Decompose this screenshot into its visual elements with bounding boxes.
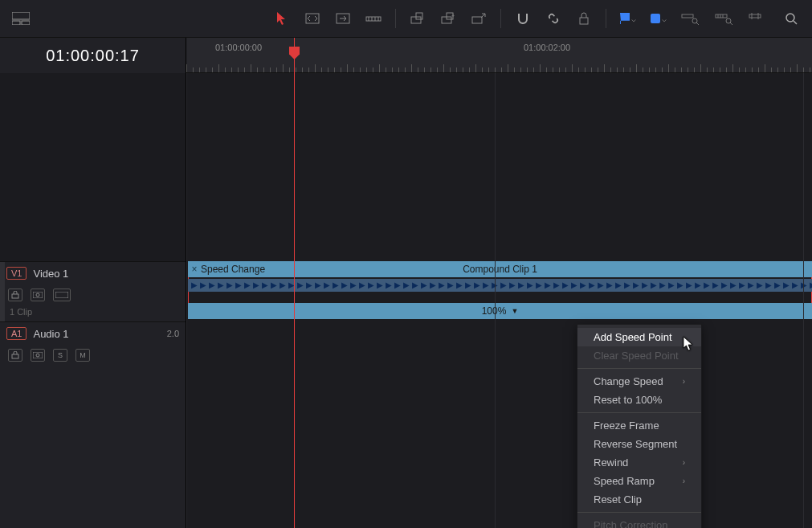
speed-label: Speed Change bbox=[201, 264, 265, 275]
svg-rect-20 bbox=[716, 14, 727, 18]
selection-tool-icon[interactable] bbox=[270, 6, 294, 31]
svg-rect-0 bbox=[12, 12, 30, 19]
menu-item-speed-ramp[interactable]: Speed Ramp› bbox=[577, 472, 701, 490]
lock-track-icon[interactable] bbox=[8, 349, 22, 362]
track-headers: V1 Video 1 1 Clip A1 Audio 1 2.0 S M bbox=[0, 73, 186, 528]
solo-button[interactable]: S bbox=[53, 349, 67, 362]
marker-dropdown[interactable]: ⌵ bbox=[647, 6, 671, 31]
zoom-custom-icon[interactable] bbox=[745, 6, 770, 31]
chevron-right-icon: › bbox=[683, 458, 685, 467]
insert-icon[interactable] bbox=[406, 6, 430, 31]
video-track-header[interactable]: V1 Video 1 1 Clip bbox=[0, 261, 186, 321]
video-track-badge[interactable]: V1 bbox=[6, 267, 27, 280]
audio-track-header[interactable]: A1 Audio 1 2.0 S M bbox=[0, 321, 186, 366]
svg-rect-26 bbox=[749, 14, 761, 18]
auto-select-icon[interactable] bbox=[31, 349, 45, 362]
menu-item-clear-speed-point: Clear Speed Point bbox=[577, 346, 701, 365]
clip-count: 1 Clip bbox=[0, 305, 186, 321]
trim-start-icon[interactable] bbox=[300, 6, 324, 31]
ruler-label: 01:00:02:00 bbox=[524, 43, 570, 52]
lock-track-icon[interactable] bbox=[8, 289, 22, 301]
lock-icon[interactable] bbox=[572, 6, 596, 31]
menu-item-reverse-segment[interactable]: Reverse Segment bbox=[577, 435, 701, 453]
svg-rect-15 bbox=[472, 17, 482, 23]
timeline-view-icon[interactable] bbox=[8, 6, 34, 31]
svg-line-19 bbox=[696, 23, 699, 25]
speed-percent-dropdown[interactable]: 100% ▼ bbox=[188, 303, 812, 319]
menu-item-reset-to-100-[interactable]: Reset to 100% bbox=[577, 391, 701, 409]
auto-select-icon[interactable] bbox=[31, 289, 45, 301]
timecode-display[interactable]: 01:00:00:17 bbox=[0, 38, 186, 73]
svg-rect-17 bbox=[682, 14, 693, 18]
snap-icon[interactable] bbox=[511, 6, 535, 31]
svg-line-25 bbox=[730, 23, 732, 25]
svg-rect-2 bbox=[22, 21, 30, 25]
speed-change-bar[interactable]: × Speed Change Compound Clip 1 bbox=[188, 261, 812, 277]
svg-rect-11 bbox=[416, 13, 422, 19]
svg-point-37 bbox=[36, 354, 39, 357]
razor-icon[interactable] bbox=[361, 6, 386, 31]
svg-rect-32 bbox=[33, 292, 43, 298]
menu-item-change-speed[interactable]: Change Speed› bbox=[577, 372, 701, 391]
chevron-down-icon: ▼ bbox=[511, 307, 518, 315]
timecode-bar: 01:00:00:17 01:00:00:0001:00:02:00 bbox=[0, 38, 812, 73]
audio-channels: 2.0 bbox=[167, 329, 179, 338]
menu-item-add-speed-point[interactable]: Add Speed Point bbox=[577, 328, 701, 346]
audio-track-name: Audio 1 bbox=[33, 328, 68, 340]
timeline-area[interactable]: × Speed Change Compound Clip 1 ▶▶▶▶▶▶▶▶▶… bbox=[186, 73, 812, 528]
link-icon[interactable] bbox=[541, 6, 565, 31]
track-view-icon[interactable] bbox=[53, 289, 71, 301]
trim-end-icon[interactable] bbox=[331, 6, 355, 31]
speed-context-menu: Add Speed PointClear Speed PointChange S… bbox=[577, 324, 702, 528]
svg-rect-35 bbox=[12, 354, 18, 358]
clip-name: Compound Clip 1 bbox=[463, 264, 537, 275]
zoom-detail-icon[interactable] bbox=[711, 6, 737, 31]
svg-rect-34 bbox=[55, 292, 68, 298]
replace-icon[interactable] bbox=[467, 6, 491, 31]
zoom-full-icon[interactable] bbox=[677, 6, 703, 31]
audio-track-badge[interactable]: A1 bbox=[6, 327, 27, 340]
mute-button[interactable]: M bbox=[75, 349, 90, 362]
svg-point-33 bbox=[36, 293, 39, 297]
menu-item-freeze-frame[interactable]: Freeze Frame bbox=[577, 416, 701, 435]
close-icon[interactable]: × bbox=[188, 264, 201, 275]
svg-point-29 bbox=[786, 14, 794, 22]
menu-item-rewind[interactable]: Rewind› bbox=[577, 453, 701, 472]
menu-item-reset-clip[interactable]: Reset Clip bbox=[577, 490, 701, 509]
svg-text:+: + bbox=[451, 13, 455, 18]
chevron-right-icon: › bbox=[683, 377, 685, 386]
svg-rect-36 bbox=[33, 352, 43, 358]
svg-rect-1 bbox=[12, 21, 20, 25]
speed-arrows: ▶▶▶▶▶▶▶▶▶▶▶▶▶▶▶▶▶▶▶▶▶▶▶▶▶▶▶▶▶▶▶▶▶▶▶▶▶▶▶▶… bbox=[188, 279, 812, 292]
overwrite-icon[interactable]: + bbox=[436, 6, 460, 31]
ruler-label: 01:00:00:00 bbox=[215, 43, 262, 52]
menu-item-pitch-correction: Pitch Correction bbox=[577, 516, 701, 528]
search-icon[interactable] bbox=[778, 6, 804, 31]
flag-dropdown[interactable]: ⌵ bbox=[616, 6, 640, 31]
svg-rect-16 bbox=[580, 18, 588, 24]
video-track-name: Video 1 bbox=[33, 268, 68, 280]
toolbar: + ⌵ ⌵ bbox=[0, 0, 812, 38]
chevron-right-icon: › bbox=[683, 477, 685, 485]
timeline-ruler[interactable]: 01:00:00:0001:00:02:00 bbox=[186, 38, 812, 73]
svg-rect-31 bbox=[12, 294, 18, 298]
svg-line-30 bbox=[794, 21, 797, 24]
